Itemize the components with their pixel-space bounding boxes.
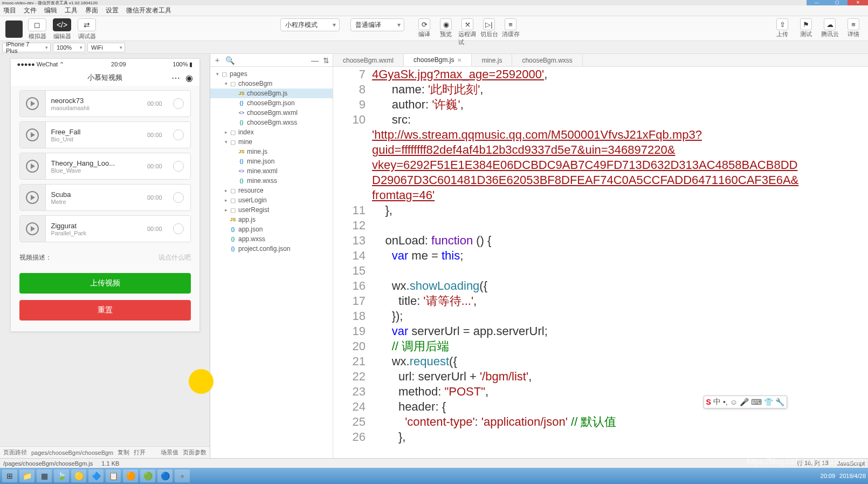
tree-mine.wxml[interactable]: <>mine.wxml (210, 166, 333, 176)
avatar[interactable] (5, 21, 23, 38)
tree-chooseBgm.js[interactable]: JSchooseBgm.js (210, 88, 333, 98)
close-icon[interactable]: ✕ (457, 57, 461, 63)
compile-select[interactable]: 普通编译 (350, 18, 404, 31)
tree-index[interactable]: ▸▢index (210, 127, 333, 137)
play-button[interactable] (20, 122, 46, 148)
tree-project.config.json[interactable]: {}project.config.json (210, 244, 333, 254)
menu-微信开发者工具[interactable]: 微信开发者工具 (126, 6, 171, 15)
ime-keyboard-icon[interactable]: ⌨ (751, 398, 762, 406)
ime-mic-icon[interactable]: 🎤 (740, 398, 749, 406)
music-item[interactable]: neorock73maoudamashii00:00 (19, 90, 191, 117)
mode-select[interactable]: 小程序模式 (280, 18, 340, 31)
code-editor[interactable]: 7891011121314151617181920212223242526 4G… (333, 67, 868, 458)
toolbar-编辑器[interactable]: </>编辑器 (50, 18, 74, 40)
tree-mine.js[interactable]: JSmine.js (210, 147, 333, 156)
collapse-icon[interactable]: — (311, 56, 319, 65)
song-radio[interactable] (173, 161, 184, 172)
video-desc-input[interactable]: 说点什么吧 (159, 253, 191, 262)
tab-chooseBgm.js[interactable]: chooseBgm.js✕ (404, 54, 472, 66)
tree-pages[interactable]: ▾▢pages (210, 69, 333, 79)
ime-lang-icon[interactable]: 中 (713, 397, 721, 407)
ime-skin-icon[interactable]: 👕 (764, 398, 773, 406)
new-file-icon[interactable]: ＋ (213, 56, 221, 65)
ime-punct-icon[interactable]: •, (723, 398, 728, 406)
play-button[interactable] (20, 216, 46, 242)
taskbar-app1[interactable]: ▦ (37, 469, 52, 482)
taskbar-explorer[interactable]: 📁 (19, 469, 35, 482)
play-button[interactable] (20, 91, 46, 117)
menu-项目[interactable]: 项目 (3, 6, 16, 15)
reset-button[interactable]: 重置 (19, 300, 191, 321)
window-maximize[interactable]: ▢ (827, 0, 848, 5)
tree-userLogin[interactable]: ▸▢userLogin (210, 195, 333, 205)
tree-chooseBgm[interactable]: ▾▢chooseBgm (210, 79, 333, 88)
toolbar-编译[interactable]: ⟳编译 (415, 18, 433, 38)
tree-chooseBgm.wxml[interactable]: <>chooseBgm.wxml (210, 108, 333, 118)
menu-文件[interactable]: 文件 (24, 6, 37, 15)
tree-mine.wxss[interactable]: {}mine.wxss (210, 176, 333, 186)
toolbar-上传[interactable]: ⇧上传 (773, 18, 791, 38)
network-select[interactable]: WiFi (87, 43, 125, 52)
toolbar-预览[interactable]: ◉预览 (437, 18, 455, 38)
upload-video-button[interactable]: 上传视频 (19, 273, 191, 294)
taskbar-chrome[interactable]: 🔵 (157, 469, 173, 482)
taskbar-app7[interactable]: 🟢 (140, 469, 155, 482)
tree-chooseBgm.json[interactable]: {}chooseBgm.json (210, 98, 333, 108)
menu-工具[interactable]: 工具 (65, 6, 78, 15)
tab-chooseBgm.wxss[interactable]: chooseBgm.wxss (512, 54, 582, 66)
toolbar-远程调试[interactable]: ⤧远程调试 (458, 18, 477, 46)
taskbar-app4[interactable]: 🔷 (88, 469, 104, 482)
toolbar-清缓存[interactable]: ≡清缓存 (501, 18, 520, 38)
song-radio[interactable] (173, 129, 184, 140)
tab-mine.js[interactable]: mine.js (472, 54, 512, 66)
music-item[interactable]: ScubaMetre00:00 (19, 184, 191, 211)
toolbar-模拟器[interactable]: ◻模拟器 (25, 18, 50, 40)
ime-settings-icon[interactable]: 🔧 (775, 398, 784, 406)
tree-app.wxss[interactable]: {}app.wxss (210, 234, 333, 244)
tree-mine[interactable]: ▾▢mine (210, 137, 333, 147)
tree-chooseBgm.wxss[interactable]: {}chooseBgm.wxss (210, 118, 333, 127)
song-radio[interactable] (173, 98, 184, 109)
menu-设置[interactable]: 设置 (106, 6, 119, 15)
toolbar-详情[interactable]: ≡详情 (844, 18, 863, 38)
play-button[interactable] (20, 185, 46, 210)
taskbar-app3[interactable]: 🟡 (71, 469, 86, 482)
params-link[interactable]: 页面参数 (183, 448, 206, 456)
music-item[interactable]: Free_FallBio_Unit00:00 (19, 121, 191, 148)
taskbar-app8[interactable]: ▫ (175, 469, 190, 482)
tree-mine.json[interactable]: {}mine.json (210, 156, 333, 166)
target-icon[interactable]: ◉ (185, 73, 193, 83)
toolbar-切后台[interactable]: ▷|切后台 (480, 18, 498, 38)
ime-toolbar[interactable]: S 中 •, ☺ 🎤 ⌨ 👕 🔧 (704, 396, 787, 408)
taskbar-app2[interactable]: 🍃 (54, 469, 69, 482)
taskbar-app5[interactable]: 📋 (106, 469, 121, 482)
search-icon[interactable]: 🔍 (225, 56, 235, 65)
menu-界面[interactable]: 界面 (85, 6, 98, 15)
tab-chooseBgm.wxml[interactable]: chooseBgm.wxml (333, 54, 404, 66)
ime-emoji-icon[interactable]: ☺ (730, 398, 738, 406)
window-minimize[interactable]: — (807, 0, 827, 5)
music-item[interactable]: Theory_Hang_Loo...Blue_Wave00:00 (19, 153, 191, 180)
device-select[interactable]: iPhone 7 Plus (2, 43, 51, 52)
copy-link[interactable]: 复制 (118, 448, 129, 456)
tree-app.json[interactable]: {}app.json (210, 224, 333, 234)
tree-app.js[interactable]: JSapp.js (210, 215, 333, 224)
taskbar-app6[interactable]: 🟠 (123, 469, 138, 482)
tree-userRegist[interactable]: ▸▢userRegist (210, 205, 333, 215)
scene-link[interactable]: 场景值 (161, 448, 178, 456)
toolbar-调试器[interactable]: ⇄调试器 (74, 18, 99, 40)
song-radio[interactable] (173, 192, 184, 203)
more-icon[interactable]: ⋯ (171, 73, 180, 83)
window-close[interactable]: ✕ (848, 0, 868, 5)
toolbar-腾讯云[interactable]: ☁腾讯云 (821, 18, 839, 38)
open-link[interactable]: 打开 (134, 448, 146, 456)
song-radio[interactable] (173, 223, 184, 234)
music-item[interactable]: ZigguratParallel_Park00:00 (19, 215, 191, 242)
start-button[interactable]: ⊞ (2, 469, 17, 482)
zoom-select[interactable]: 100% (53, 43, 85, 52)
toolbar-测试[interactable]: ⚑测试 (797, 18, 815, 38)
play-button[interactable] (20, 153, 46, 179)
tree-resource[interactable]: ▸▢resource (210, 186, 333, 195)
menu-编辑[interactable]: 编辑 (44, 6, 57, 15)
tree-more-icon[interactable]: ⇅ (323, 56, 329, 65)
